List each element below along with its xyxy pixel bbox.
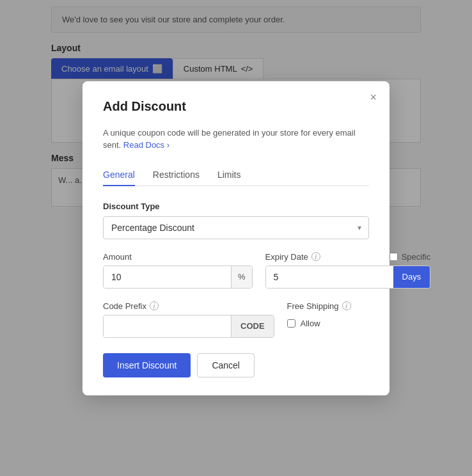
allow-checkbox-row: Allow: [287, 319, 369, 328]
free-shipping-group: Free Shipping i Allow: [287, 301, 369, 338]
close-button[interactable]: ×: [370, 91, 377, 103]
discount-type-select-wrapper: Percentage Discount Fixed Amount Discoun…: [103, 216, 369, 239]
free-shipping-label-text: Free Shipping: [287, 301, 339, 311]
modal-description: A unique coupon code will be generated i…: [103, 127, 369, 152]
amount-input-wrapper: %: [103, 266, 253, 289]
code-shipping-row: Code Prefix i CODE Free Shipping i Allow: [103, 301, 369, 338]
tab-general-label: General: [103, 170, 135, 180]
discount-type-select[interactable]: Percentage Discount Fixed Amount Discoun…: [103, 216, 369, 239]
expiry-date-info-icon: i: [311, 252, 320, 261]
code-prefix-input[interactable]: [104, 315, 231, 337]
code-prefix-input-wrapper: CODE: [103, 315, 274, 338]
amount-suffix: %: [231, 266, 252, 288]
code-suffix: CODE: [231, 315, 274, 337]
expiry-date-label-text: Expiry Date: [265, 252, 308, 262]
allow-checkbox[interactable]: [287, 319, 295, 328]
amount-label-text: Amount: [103, 252, 132, 262]
expiry-date-field-label: Expiry Date i Specific: [265, 252, 431, 262]
free-shipping-field-label: Free Shipping i: [287, 301, 369, 311]
amount-field-label: Amount: [103, 252, 253, 262]
allow-label: Allow: [301, 319, 320, 328]
amount-group: Amount %: [103, 252, 253, 289]
specific-checkbox-row: Specific: [389, 252, 431, 262]
modal-overlay: × Add Discount A unique coupon code will…: [0, 0, 472, 476]
read-docs-arrow: ›: [167, 140, 169, 150]
modal-title: Add Discount: [103, 99, 369, 114]
tab-limits[interactable]: Limits: [217, 164, 241, 186]
insert-discount-button[interactable]: Insert Discount: [103, 353, 191, 377]
code-prefix-info-icon: i: [150, 301, 159, 310]
expiry-input-wrapper: Days: [265, 266, 431, 289]
expiry-date-input[interactable]: [266, 266, 393, 288]
specific-label: Specific: [402, 252, 431, 262]
tab-restrictions[interactable]: Restrictions: [153, 164, 200, 186]
discount-type-group: Discount Type Percentage Discount Fixed …: [103, 202, 369, 239]
modal-tabs: General Restrictions Limits: [103, 164, 369, 186]
read-docs-link[interactable]: Read Docs ›: [123, 140, 169, 150]
tab-general[interactable]: General: [103, 164, 135, 186]
free-shipping-info-icon: i: [342, 301, 351, 310]
code-prefix-label-text: Code Prefix: [103, 301, 146, 311]
cancel-button[interactable]: Cancel: [197, 353, 255, 377]
tab-restrictions-label: Restrictions: [153, 170, 200, 180]
days-suffix[interactable]: Days: [393, 266, 430, 288]
tab-limits-label: Limits: [217, 170, 241, 180]
amount-input[interactable]: [104, 266, 231, 288]
discount-type-label: Discount Type: [103, 202, 369, 211]
code-prefix-group: Code Prefix i CODE: [103, 301, 274, 338]
code-prefix-field-label: Code Prefix i: [103, 301, 274, 311]
expiry-date-group: Expiry Date i Specific Days: [265, 252, 431, 289]
add-discount-modal: × Add Discount A unique coupon code will…: [83, 81, 389, 395]
modal-footer: Insert Discount Cancel: [103, 353, 369, 377]
specific-checkbox[interactable]: [389, 253, 398, 261]
read-docs-label: Read Docs: [123, 140, 164, 150]
amount-expiry-row: Amount % Expiry Date i Specific: [103, 252, 369, 289]
